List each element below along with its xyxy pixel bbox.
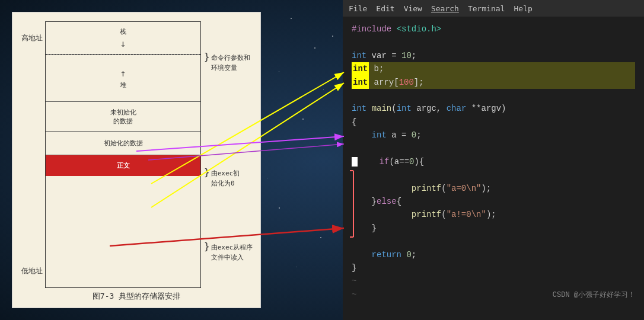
menu-help[interactable]: Help xyxy=(514,4,533,13)
line-var: int var = 10; xyxy=(352,49,635,62)
line-arry: int arry[100]; xyxy=(352,76,635,89)
watermark-text: CSDN @小强子好好学习！ xyxy=(553,290,635,301)
line-printf2: printf("a!=0\n"); xyxy=(352,208,635,221)
code-content: #include <stdio.h> int var = 10; int b; … xyxy=(343,17,644,307)
address-labels: 高地址 低地址 xyxy=(18,21,45,288)
line-int-a: int a = 0; xyxy=(352,129,635,142)
high-addr-label: 高地址 xyxy=(18,33,45,43)
menu-terminal[interactable]: Terminal xyxy=(468,4,505,13)
line-close-if: } xyxy=(352,222,635,235)
memory-diagram-panel: 高地址 低地址 栈 ↓ ↑ 堆 未初始化 的数据 xyxy=(12,12,261,308)
code-editor-panel: File Edit View Search Terminal Help #inc… xyxy=(343,0,644,320)
line-return: return 0; xyxy=(352,248,635,261)
line-if: if(a==0){ xyxy=(352,155,635,168)
line-include: #include <stdio.h> xyxy=(352,23,635,36)
line-main: int main(int argc, char **argv) xyxy=(352,102,635,115)
heap-section: ↑ 堆 xyxy=(46,55,200,102)
menu-search[interactable]: Search xyxy=(431,4,459,13)
line-close-main: } xyxy=(352,261,635,274)
uninitialized-section: 未初始化 的数据 xyxy=(46,102,200,132)
line-int-b: int b; xyxy=(352,62,635,75)
stack-section: 栈 ↓ xyxy=(46,22,200,55)
initialized-section: 初始化的数据 xyxy=(46,132,200,155)
line-printf1: printf("a=0\n"); xyxy=(352,182,635,195)
line-blank3 xyxy=(352,142,635,155)
diagram-container: 高地址 低地址 栈 ↓ ↑ 堆 未初始化 的数据 xyxy=(18,18,254,302)
line-blank4 xyxy=(352,168,635,181)
text-section: 正文 xyxy=(46,155,200,176)
line-blank5 xyxy=(352,235,635,248)
memory-layout: 高地址 低地址 栈 ↓ ↑ 堆 未初始化 的数据 xyxy=(18,21,254,288)
exec-init-label: }由exec初始化为0 xyxy=(204,166,254,188)
right-labels: }命令行参数和环境变量 }由exec初始化为0 }由exec从程序文件中读入 xyxy=(201,21,254,288)
low-addr-label: 低地址 xyxy=(18,266,45,276)
line-tilde1: ~ xyxy=(352,274,635,287)
menu-edit[interactable]: Edit xyxy=(376,4,394,13)
line-else: }else{ xyxy=(352,195,635,208)
line-blank2 xyxy=(352,89,635,102)
memory-table: 栈 ↓ ↑ 堆 未初始化 的数据 初始化的数据 xyxy=(45,21,201,288)
line-blank1 xyxy=(352,36,635,49)
cmd-args-label: }命令行参数和环境变量 xyxy=(204,50,254,73)
exec-load-label: }由exec从程序文件中读入 xyxy=(204,240,254,263)
menu-view[interactable]: View xyxy=(404,4,422,13)
menu-file[interactable]: File xyxy=(349,4,367,13)
line-open-brace: { xyxy=(352,116,635,129)
diagram-title: 图7-3 典型的存储器安排 xyxy=(93,288,180,302)
editor-menubar[interactable]: File Edit View Search Terminal Help xyxy=(343,0,644,17)
